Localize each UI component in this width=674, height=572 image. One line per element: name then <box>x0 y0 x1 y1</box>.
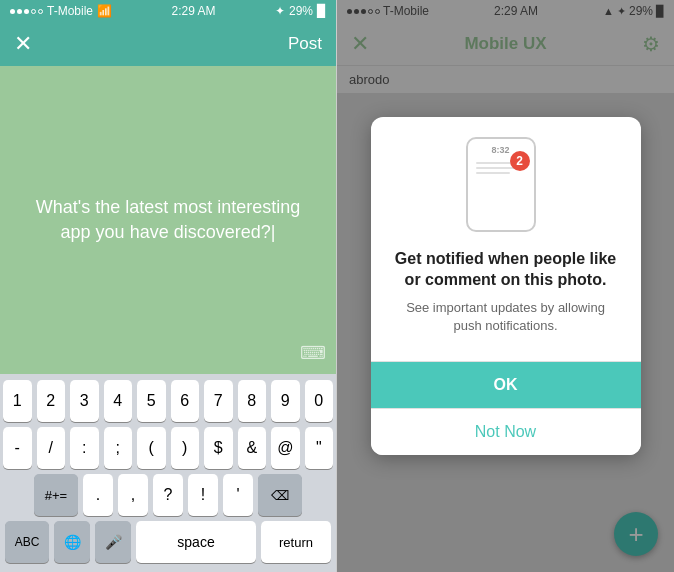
content-text: What's the latest most interesting app y… <box>20 195 316 245</box>
key-question[interactable]: ? <box>153 474 183 516</box>
kb-row-more: #+= . , ? ! ' ⌫ <box>3 474 333 516</box>
right-panel: T-Mobile 2:29 AM ▲ ✦ 29% ▉ ✕ Mobile UX ⚙… <box>337 0 674 572</box>
kb-row-numbers: 1 2 3 4 5 6 7 8 9 0 <box>3 380 333 422</box>
key-0[interactable]: 0 <box>305 380 334 422</box>
left-nav-bar: ✕ Post <box>0 22 336 66</box>
bluetooth-icon: ✦ <box>275 4 285 18</box>
modal-overlay: 8:32 2 Get notified when people like or … <box>337 0 674 572</box>
key-apostrophe[interactable]: ' <box>223 474 253 516</box>
modal-description: See important updates by allowing push n… <box>391 299 621 335</box>
left-status-bar: T-Mobile 📶 2:29 AM ✦ 29% ▉ <box>0 0 336 22</box>
key-exclaim[interactable]: ! <box>188 474 218 516</box>
phone-body: 8:32 <box>466 137 536 232</box>
battery-icon: ▉ <box>317 4 326 18</box>
key-7[interactable]: 7 <box>204 380 233 422</box>
key-colon[interactable]: : <box>70 427 99 469</box>
modal-title: Get notified when people like or comment… <box>391 249 621 291</box>
wifi-icon: 📶 <box>97 4 112 18</box>
key-6[interactable]: 6 <box>171 380 200 422</box>
key-1[interactable]: 1 <box>3 380 32 422</box>
keyboard-toggle-icon[interactable]: ⌨ <box>300 342 326 364</box>
dot5 <box>38 9 43 14</box>
key-slash[interactable]: / <box>37 427 66 469</box>
dot4 <box>31 9 36 14</box>
key-5[interactable]: 5 <box>137 380 166 422</box>
modal-top: 8:32 2 Get notified when people like or … <box>371 117 641 361</box>
key-abc[interactable]: ABC <box>5 521 49 563</box>
key-space[interactable]: space <box>136 521 256 563</box>
notification-modal: 8:32 2 Get notified when people like or … <box>371 117 641 455</box>
key-3[interactable]: 3 <box>70 380 99 422</box>
dot1 <box>10 9 15 14</box>
left-battery: 29% <box>289 4 313 18</box>
key-semicolon[interactable]: ; <box>104 427 133 469</box>
dot3 <box>24 9 29 14</box>
key-globe[interactable]: 🌐 <box>54 521 90 563</box>
close-button[interactable]: ✕ <box>14 31 32 57</box>
key-oparen[interactable]: ( <box>137 427 166 469</box>
key-period[interactable]: . <box>83 474 113 516</box>
left-status-right: ✦ 29% ▉ <box>275 4 326 18</box>
left-panel: T-Mobile 📶 2:29 AM ✦ 29% ▉ ✕ Post What's… <box>0 0 337 572</box>
backspace-key[interactable]: ⌫ <box>258 474 302 516</box>
left-status-carrier-area: T-Mobile 📶 <box>10 4 112 18</box>
key-8[interactable]: 8 <box>238 380 267 422</box>
key-2[interactable]: 2 <box>37 380 66 422</box>
key-quote[interactable]: " <box>305 427 334 469</box>
post-button[interactable]: Post <box>288 34 322 54</box>
left-carrier: T-Mobile <box>47 4 93 18</box>
signal-dots <box>10 9 43 14</box>
ok-button[interactable]: OK <box>371 362 641 408</box>
key-dash[interactable]: - <box>3 427 32 469</box>
dot2 <box>17 9 22 14</box>
phone-time: 8:32 <box>491 145 509 155</box>
key-amp[interactable]: & <box>238 427 267 469</box>
key-cparen[interactable]: ) <box>171 427 200 469</box>
phone-line-3 <box>476 172 511 174</box>
key-return[interactable]: return <box>261 521 331 563</box>
key-at[interactable]: @ <box>271 427 300 469</box>
kb-row-bottom: ABC 🌐 🎤 space return <box>3 521 333 563</box>
key-comma[interactable]: , <box>118 474 148 516</box>
key-4[interactable]: 4 <box>104 380 133 422</box>
kb-row-symbols: - / : ; ( ) $ & @ " <box>3 427 333 469</box>
content-area: What's the latest most interesting app y… <box>0 66 336 374</box>
left-time: 2:29 AM <box>171 4 215 18</box>
key-mic[interactable]: 🎤 <box>95 521 131 563</box>
notification-badge: 2 <box>510 151 530 171</box>
key-hashtag[interactable]: #+= <box>34 474 78 516</box>
key-dollar[interactable]: $ <box>204 427 233 469</box>
keyboard: 1 2 3 4 5 6 7 8 9 0 - / : ; ( ) $ & @ " … <box>0 374 336 572</box>
phone-illustration: 8:32 2 <box>466 137 546 237</box>
not-now-button[interactable]: Not Now <box>371 408 641 455</box>
key-9[interactable]: 9 <box>271 380 300 422</box>
